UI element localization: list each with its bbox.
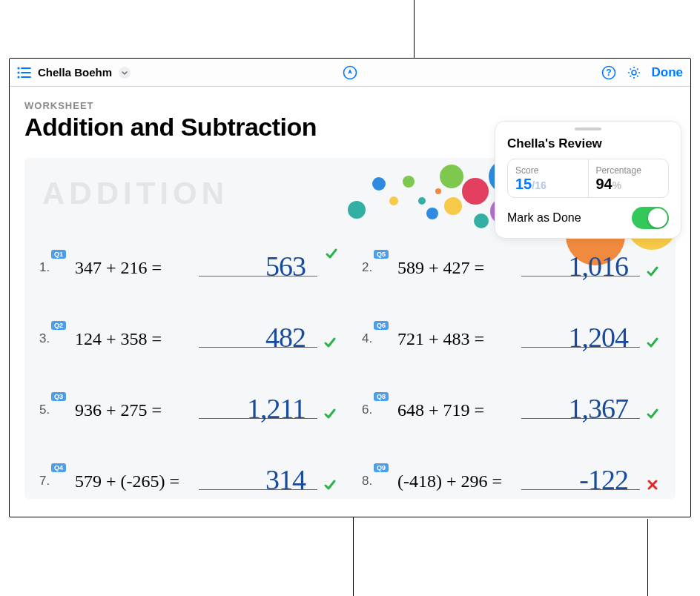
question-id-pill: Q6 (374, 321, 389, 330)
score-label: Score (515, 165, 581, 176)
incorrect-cross-icon[interactable] (646, 478, 659, 491)
student-answer: 1,367 (569, 392, 629, 425)
student-answer: 482 (265, 321, 306, 354)
question-row[interactable]: 7.Q4579 + (-265) =314 (42, 447, 335, 494)
mark-as-done-label: Mark as Done (507, 211, 581, 225)
score-numerator: 15 (515, 176, 532, 192)
question-id-pill: Q9 (374, 463, 389, 472)
question-sequence: 2. (362, 260, 372, 275)
question-problem: 347 + 216 = (75, 258, 162, 278)
questions-column-right: 2.Q5589 + 427 =1,0164.Q6721 + 483 =1,204… (365, 234, 658, 494)
svg-text:?: ? (606, 67, 611, 78)
settings-gear-icon[interactable] (627, 65, 641, 80)
review-panel[interactable]: Chella's Review Score 15/16 Percentage 9… (495, 121, 681, 239)
percentage-value: 94% (596, 176, 661, 193)
question-id-pill: Q1 (51, 250, 66, 259)
percentage-number: 94 (596, 176, 612, 192)
question-sequence: 4. (362, 331, 372, 346)
question-sequence: 6. (362, 403, 372, 417)
question-problem: 721 + 483 = (397, 329, 484, 349)
worksheet-eyebrow: WORKSHEET (24, 100, 676, 111)
decorative-bubble (474, 213, 489, 228)
sidebar-list-icon[interactable] (17, 67, 32, 79)
question-row[interactable]: 1.Q1347 + 216 =563 (42, 234, 335, 281)
decorative-bubble (418, 197, 426, 205)
review-title: Chella's Review (507, 136, 669, 151)
app-window: Chella Boehm ? Done WORKSHEET Addition a… (9, 58, 691, 517)
score-value: 15/16 (515, 176, 581, 193)
question-row[interactable]: 3.Q2124 + 358 =482 (42, 305, 335, 352)
decorative-bubble (372, 177, 386, 191)
toolbar-right-group: ? Done (601, 65, 684, 80)
svg-point-5 (17, 76, 19, 78)
help-icon[interactable]: ? (601, 65, 616, 80)
question-problem: 936 + 275 = (75, 400, 162, 420)
question-problem: (-418) + 296 = (397, 471, 502, 491)
panel-grip-icon[interactable] (575, 128, 601, 130)
question-id-pill: Q8 (374, 392, 389, 401)
question-id-pill: Q5 (374, 250, 389, 259)
student-answer: 1,204 (569, 321, 629, 354)
question-sequence: 1. (39, 260, 50, 275)
correct-check-icon[interactable] (646, 407, 659, 420)
correct-check-icon[interactable] (325, 247, 338, 260)
question-row[interactable]: 2.Q5589 + 427 =1,016 (365, 234, 658, 281)
score-denominator: /16 (532, 179, 546, 191)
svg-point-10 (632, 70, 636, 75)
correct-check-icon[interactable] (646, 336, 659, 349)
questions-column-left: 1.Q1347 + 216 =5633.Q2124 + 358 =4825.Q3… (42, 234, 335, 494)
question-sequence: 8. (362, 474, 372, 489)
decorative-bubble (348, 201, 366, 219)
percentage-unit: % (612, 179, 621, 191)
decorative-bubble (403, 176, 415, 188)
correct-check-icon[interactable] (323, 478, 337, 491)
score-summary-box: Score 15/16 Percentage 94% (507, 159, 669, 198)
score-cell: Score 15/16 (508, 159, 588, 197)
question-row[interactable]: 8.Q9(-418) + 296 =-122 (365, 447, 658, 494)
question-sequence: 5. (39, 403, 50, 417)
percentage-cell: Percentage 94% (588, 159, 669, 197)
svg-point-4 (17, 71, 19, 73)
student-answer: 563 (265, 250, 306, 282)
svg-point-6 (119, 67, 131, 79)
question-row[interactable]: 5.Q3936 + 275 =1,211 (42, 376, 335, 423)
question-id-pill: Q2 (51, 321, 66, 330)
question-problem: 589 + 427 = (397, 258, 484, 278)
callout-line-bottom-right (647, 519, 648, 596)
question-row[interactable]: 4.Q6721 + 483 =1,204 (365, 305, 658, 352)
student-name-label: Chella Boehm (38, 66, 112, 79)
question-problem: 124 + 358 = (75, 329, 162, 349)
correct-check-icon[interactable] (323, 407, 337, 420)
decorative-bubble (440, 165, 463, 188)
question-problem: 579 + (-265) = (75, 471, 179, 491)
top-toolbar: Chella Boehm ? Done (10, 59, 690, 87)
decorative-bubble (435, 188, 441, 194)
student-answer: 1,016 (569, 250, 629, 282)
decorative-bubble (426, 208, 438, 219)
content-area: WORKSHEET Addition and Subtraction ADDIT… (10, 87, 690, 499)
toggle-knob (648, 208, 667, 228)
done-button[interactable]: Done (652, 65, 684, 80)
student-answer: -122 (579, 463, 628, 496)
student-answer: 314 (265, 463, 306, 496)
mark-as-done-row: Mark as Done (507, 207, 669, 229)
question-id-pill: Q3 (51, 392, 66, 401)
mark-done-toggle[interactable] (632, 207, 669, 229)
decorative-bubble (444, 197, 462, 215)
question-problem: 648 + 719 = (397, 400, 484, 420)
question-sequence: 3. (39, 331, 50, 346)
svg-point-3 (17, 67, 19, 69)
student-answer: 1,211 (247, 392, 306, 425)
correct-check-icon[interactable] (323, 336, 337, 349)
question-id-pill: Q4 (51, 463, 66, 472)
callout-line-top (414, 0, 415, 58)
percentage-label: Percentage (596, 165, 661, 176)
decorative-bubble (462, 178, 489, 205)
correct-check-icon[interactable] (646, 265, 659, 278)
toolbar-left-group: Chella Boehm (17, 66, 131, 79)
decorative-bubble (389, 196, 398, 205)
student-picker-chevron-icon[interactable] (118, 66, 131, 79)
markup-tool-icon[interactable] (343, 65, 357, 80)
question-sequence: 7. (39, 474, 50, 489)
question-row[interactable]: 6.Q8648 + 719 =1,367 (365, 376, 658, 423)
